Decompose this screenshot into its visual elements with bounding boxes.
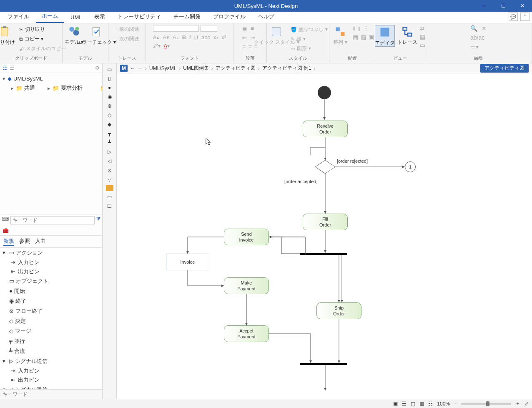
replace-icon[interactable]: ab/ac (470, 34, 484, 41)
tab-file[interactable]: ファイル (2, 10, 35, 23)
fontcolor-button[interactable]: A▾ (164, 43, 170, 49)
palette-item[interactable]: ⇤出力ピン (0, 375, 102, 385)
stylecopy-button[interactable]: 🖌スタイルのコピー (18, 44, 68, 53)
palette-tab-input[interactable]: 入力 (35, 237, 46, 246)
search-mode-icon[interactable]: ⌨ (2, 216, 9, 224)
palette-indicator-icon[interactable]: 🧰 (3, 228, 9, 234)
outdent-icon[interactable]: ⇤ (242, 34, 247, 41)
font-grow-icon[interactable]: A▴ (153, 34, 160, 40)
fill-button[interactable]: 🪣塗りつぶし ▾ (289, 25, 329, 34)
select-icon[interactable]: ▭▾ (470, 43, 479, 50)
swap-icon[interactable]: ⇄ (420, 25, 425, 32)
tool-decision-icon[interactable]: ◇ (105, 112, 114, 118)
tab-view[interactable]: 表示 (88, 10, 111, 23)
crumb-0[interactable]: UML/SysML (149, 65, 176, 71)
tree-item[interactable]: ▸📁共通 (2, 83, 37, 93)
tool-signal-recv-icon[interactable]: ◁ (105, 158, 114, 164)
tool-fork-icon[interactable]: ┳ (105, 130, 114, 137)
explorer-tab-icon[interactable]: ☷ (3, 65, 7, 71)
font-shrink-icon[interactable]: A▾ (163, 34, 169, 40)
bold-button[interactable]: B (182, 34, 186, 40)
palette-category[interactable]: ◉終了 (0, 296, 102, 306)
palette-item[interactable]: ⇥入力ピン (0, 258, 102, 267)
crumb-2[interactable]: アクティビティ図 (216, 65, 256, 72)
tool-timer-icon[interactable]: ▽ (105, 176, 114, 183)
clear-format-icon[interactable]: Aₓ (173, 34, 179, 40)
palette-category[interactable]: ┻合流 (0, 346, 102, 356)
numbering-icon[interactable]: ≡ (251, 25, 254, 32)
tool-initial-icon[interactable]: ● (105, 84, 114, 91)
palette-search-input[interactable] (0, 390, 102, 399)
tool-hourglass-icon[interactable]: ⧖ (105, 167, 114, 174)
window-icon[interactable]: ▭ (420, 42, 425, 48)
line-button[interactable]: ✎線 ▾ (289, 35, 329, 43)
feedback-icon[interactable]: 💬 (509, 13, 518, 21)
font-family-select[interactable] (153, 25, 199, 32)
diagram-canvas[interactable]: ReveiveOrderFillOrderSendInvoiceMakePaym… (117, 73, 532, 399)
front-icon[interactable]: ▦ (353, 34, 358, 40)
palette-category[interactable]: ▾▷シグナル送信 (0, 356, 102, 366)
model-chip[interactable]: M (120, 65, 128, 72)
palette-category[interactable]: ▾▭アクション (0, 248, 102, 258)
align-v-icon[interactable]: ⫿ (358, 25, 361, 32)
trace-view-button[interactable]: トレース (397, 25, 417, 46)
strike-button[interactable]: abc (201, 34, 210, 40)
tool-note-icon[interactable]: ▭ (105, 194, 114, 200)
copy-button[interactable]: ⧉コピー ▾ (18, 35, 68, 43)
palette-category[interactable]: ▭オブジェクト (0, 276, 102, 286)
palette-tab-ref[interactable]: 参照 (19, 237, 30, 246)
superscript-button[interactable]: x² (222, 34, 226, 40)
view-normal-icon[interactable]: ▣ (393, 401, 398, 407)
tool-signal-send-icon[interactable]: ▷ (105, 149, 114, 155)
maximize-icon[interactable]: ☐ (494, 0, 513, 12)
palette-category[interactable]: ▾◁シグナル受信 (0, 385, 102, 389)
dist-icon[interactable]: ⋮ (363, 25, 369, 32)
palette-category[interactable]: ◇決定 (0, 316, 102, 326)
palette-item[interactable]: ⇤出力ピン (0, 267, 102, 276)
tool-action-rect[interactable]: ▭ (105, 66, 114, 73)
tool-object-rect[interactable]: ▯ (105, 75, 114, 82)
grid-icon[interactable]: ▦ (420, 33, 425, 40)
collapse-ribbon-icon[interactable]: ˄ (520, 13, 529, 21)
underline-button[interactable]: U (194, 34, 198, 40)
tree-root[interactable]: ▾◆UML/SysML (0, 75, 102, 83)
align-h-icon[interactable]: ⫴ (353, 25, 355, 32)
nav-back-icon[interactable]: ← (130, 65, 135, 71)
palette-item[interactable]: ⇥入力ピン (0, 366, 102, 375)
prev-trace-button[interactable]: ↑前の関連 (113, 25, 141, 34)
align-left-icon[interactable]: ≡ (242, 43, 246, 50)
group-icon[interactable]: ▣ (369, 34, 374, 40)
editor-view-button[interactable]: エディタ (375, 25, 395, 47)
highlight-button[interactable]: 🖍▾ (153, 43, 161, 49)
tab-team[interactable]: チーム開発 (168, 10, 206, 23)
crumb-1[interactable]: UML図例集 (183, 65, 208, 72)
bullets-icon[interactable]: ≣ (242, 25, 247, 32)
view-settings-icon[interactable]: ☷ (428, 401, 433, 407)
tool-merge-icon[interactable]: ◆ (105, 121, 114, 128)
errorcheck-button[interactable]: エラーチェック ▾ (87, 25, 107, 46)
minimize-icon[interactable]: ─ (474, 0, 494, 12)
delete-icon[interactable]: ✕ (482, 25, 487, 32)
zoom-in-button[interactable]: ＋ (515, 400, 520, 407)
zoom-out-button[interactable]: − (454, 401, 457, 407)
tool-frame-icon[interactable]: ☐ (105, 203, 114, 209)
tree-item[interactable]: 📁システムアーキテクチャ (86, 83, 102, 93)
align-center-icon[interactable]: ≡ (248, 43, 251, 50)
palette-category[interactable]: ┳並行 (0, 336, 102, 346)
view-split-icon[interactable]: ☰ (402, 401, 407, 407)
palette-category[interactable]: ◇マージ (0, 326, 102, 336)
font-size-select[interactable] (201, 25, 217, 32)
tree-item[interactable]: ▸📁要求分析 (38, 83, 84, 93)
filter-icon[interactable]: ⧩ (96, 216, 100, 224)
settings-tab-icon[interactable]: ⚙ (95, 65, 100, 71)
tab-help[interactable]: ヘルプ (252, 10, 280, 23)
tree-search-input[interactable] (10, 216, 95, 224)
close-icon[interactable]: ✕ (513, 0, 532, 12)
tab-profile[interactable]: プロファイル (207, 10, 251, 23)
crumb-3[interactable]: アクティビティ図 例1 (262, 65, 311, 72)
schema-tab-icon[interactable]: ☰ (10, 65, 14, 71)
find-icon[interactable]: 🔍 (470, 25, 477, 32)
view-outline-icon[interactable]: ◫ (411, 401, 415, 407)
fit-icon[interactable]: ⤢ (524, 401, 529, 407)
subscript-button[interactable]: x₂ (213, 34, 218, 40)
